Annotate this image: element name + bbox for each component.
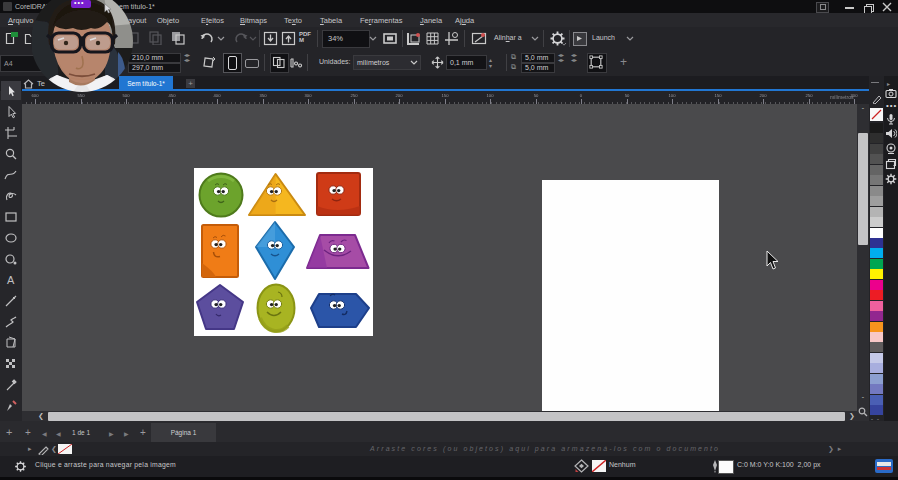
- svg-text:A: A: [7, 274, 15, 286]
